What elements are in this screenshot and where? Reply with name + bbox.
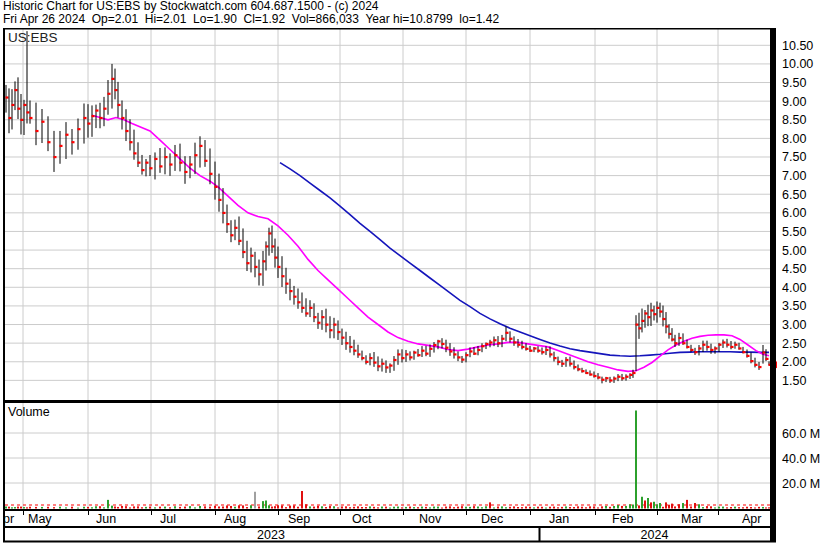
volume-bar [14, 507, 16, 508]
volume-bar [107, 500, 109, 509]
month-tick [530, 511, 531, 515]
month-tick [151, 511, 152, 515]
volume-bar [238, 505, 240, 508]
close-tick [763, 351, 766, 353]
volume-bar [87, 507, 89, 509]
close-tick [494, 339, 497, 341]
volume-bar [765, 507, 767, 508]
close-tick [205, 160, 208, 162]
volume-bar [501, 506, 503, 508]
close-tick [482, 345, 485, 347]
close-tick [118, 104, 121, 106]
volume-bar [385, 507, 387, 509]
close-tick [190, 163, 193, 165]
close-tick [104, 108, 107, 110]
volume-bar [678, 504, 680, 508]
close-tick [498, 342, 501, 344]
close-tick [286, 283, 289, 285]
volume-bar [145, 507, 147, 509]
volume-bar [209, 507, 211, 509]
close-tick [239, 240, 242, 242]
chart-right-border [770, 28, 776, 542]
volume-bar [690, 506, 692, 508]
close-tick [326, 324, 329, 326]
close-tick [54, 156, 57, 158]
month-label: Aug [224, 512, 246, 526]
close-tick [21, 119, 24, 121]
symbol-label: US:EBS [8, 30, 58, 45]
month-tick [466, 511, 467, 515]
year-label: 2023 [257, 528, 285, 542]
close-tick [639, 327, 642, 329]
volume-bar [625, 506, 627, 509]
close-tick [259, 273, 262, 275]
month-tick [403, 511, 404, 515]
volume-bar [632, 505, 634, 509]
volume-bar [159, 507, 161, 509]
close-tick [48, 141, 51, 143]
volume-bar [281, 505, 283, 508]
close-tick [542, 351, 545, 353]
close-tick [699, 347, 702, 349]
close-tick [660, 310, 663, 312]
volume-bar [149, 507, 151, 509]
volume-bar [561, 507, 563, 509]
volume-bar [169, 507, 171, 508]
volume-bar [77, 508, 79, 509]
volume-bar [377, 507, 379, 508]
month-tick [657, 511, 658, 515]
close-tick [719, 344, 722, 346]
close-tick [266, 245, 269, 247]
close-tick [100, 117, 103, 119]
volume-bar [26, 507, 28, 508]
close-tick [506, 332, 509, 334]
volume-bar [417, 507, 419, 508]
month-tick [595, 511, 596, 515]
close-tick [354, 350, 357, 352]
close-tick [215, 186, 218, 188]
volume-bar [449, 506, 451, 508]
close-tick [302, 307, 305, 309]
close-tick [751, 360, 754, 362]
close-tick [622, 377, 625, 379]
price-axis-label: 7.00 [782, 169, 806, 183]
volume-bar [541, 507, 543, 509]
volume-axis-label: 40.0 M [782, 452, 820, 466]
close-tick [663, 318, 666, 320]
close-tick [466, 354, 469, 356]
close-tick [474, 353, 477, 355]
volume-bar [605, 506, 607, 509]
volume-bar [91, 507, 93, 508]
volume-bar [656, 504, 658, 508]
volume-bar [309, 506, 311, 508]
volume-bar [218, 507, 220, 509]
month-tick [215, 511, 216, 515]
volume-bar [768, 507, 770, 508]
volume-bar [262, 501, 264, 508]
close-tick [310, 307, 313, 309]
close-tick [534, 347, 537, 349]
volume-bar [694, 503, 696, 509]
close-tick [318, 322, 321, 324]
close-tick [200, 145, 203, 147]
close-tick [370, 357, 373, 359]
close-tick [550, 353, 553, 355]
volume-bar [609, 507, 611, 509]
volume-bar [29, 507, 31, 509]
close-tick [462, 359, 465, 361]
price-axis-label: 4.50 [782, 262, 806, 276]
volume-bar [242, 505, 244, 508]
volume-bar [258, 506, 260, 508]
volume-bar [5, 507, 7, 509]
volume-bar [734, 507, 736, 509]
close-tick [366, 361, 369, 363]
volume-bar [174, 506, 176, 508]
volume-bar [565, 506, 567, 508]
month-label: May [28, 512, 52, 526]
close-tick [526, 348, 529, 350]
volume-bar [230, 506, 232, 509]
close-tick [350, 346, 353, 348]
volume-bar [189, 506, 191, 508]
close-tick [338, 331, 341, 333]
close-tick [666, 325, 669, 327]
